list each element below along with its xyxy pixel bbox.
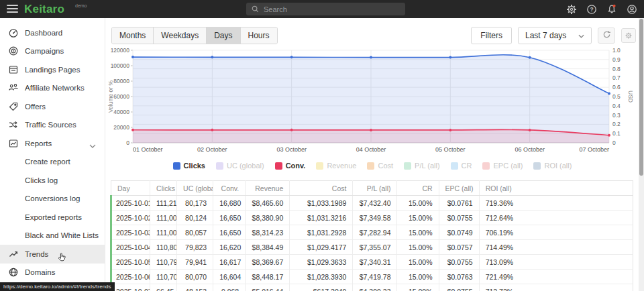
- sidebar-item-create-report[interactable]: Create report: [0, 153, 105, 172]
- table-row[interactable]: 2025-10-03111,0080,05716,650$8,314.23$1,…: [111, 225, 633, 240]
- legend-item-uc-global-[interactable]: UC (global): [216, 162, 264, 170]
- profile-icon[interactable]: [626, 3, 637, 15]
- cell-cost: $1,033.1989: [290, 196, 353, 211]
- search-icon: [252, 3, 259, 15]
- chart-settings-button[interactable]: [621, 28, 636, 43]
- sidebar-item-label: Clicks log: [25, 176, 58, 184]
- sidebar-item-label: Landings Pages: [25, 66, 80, 74]
- sidebar-item-exported-reports[interactable]: Exported reports: [0, 208, 105, 227]
- cell-conv-: 16,604: [213, 270, 246, 284]
- sidebar-item-label: Affiliate Networks: [25, 84, 85, 92]
- svg-text:0.2: 0.2: [612, 121, 621, 127]
- settings-icon[interactable]: [566, 3, 577, 15]
- sidebar-item-dashboard[interactable]: Dashboard: [0, 23, 105, 42]
- sidebar-item-campaigns[interactable]: Campaigns: [0, 42, 105, 61]
- scrollbar-thumb[interactable]: [639, 19, 643, 176]
- column-header-uc-global-[interactable]: UC (global): [177, 181, 213, 196]
- legend-label: Clicks: [184, 162, 205, 170]
- sidebar-item-clicks-log[interactable]: Clicks log: [0, 171, 105, 190]
- cell-cost: $1,031.3216: [290, 211, 353, 225]
- table-row[interactable]: 2025-10-01111,2180,17316,680$8,465.60$1,…: [111, 196, 633, 211]
- legend-label: Cost: [378, 162, 393, 170]
- tab-weekdays[interactable]: Weekdays: [154, 27, 207, 44]
- search-input[interactable]: Search: [246, 3, 405, 15]
- hamburger-menu-icon[interactable]: [7, 5, 18, 13]
- column-header-roi-all-[interactable]: ROI (all): [479, 181, 633, 196]
- column-header-epc-all-[interactable]: EPC (all): [439, 181, 479, 196]
- cell-uc-global-: 80,070: [177, 270, 213, 284]
- legend-item-revenue[interactable]: Revenue: [316, 162, 356, 170]
- cell-day: 2025-10-01: [111, 196, 150, 211]
- legend-item-clicks[interactable]: Clicks: [173, 162, 205, 170]
- svg-text:0.8: 0.8: [612, 66, 621, 72]
- cell-roi-all-: 706.19%: [479, 225, 633, 240]
- period-tabs: MonthsWeekdaysDaysHours: [111, 27, 278, 44]
- cell-cost: $1,031.2928: [290, 225, 353, 240]
- column-header-conv-[interactable]: Conv.: [213, 181, 246, 196]
- legend-swatch: [451, 162, 458, 170]
- cell-conv-: 16,650: [213, 211, 246, 225]
- column-header-p-l-all-[interactable]: P/L (all): [353, 181, 397, 196]
- legend-label: CR: [462, 162, 472, 170]
- cell-p-l-all-: $7,419.78: [353, 270, 397, 284]
- notifications-icon[interactable]: [606, 3, 617, 15]
- help-icon[interactable]: ?: [586, 3, 597, 15]
- tab-days[interactable]: Days: [207, 27, 240, 44]
- cell-clicks: 110,80: [150, 240, 177, 255]
- sidebar-item-traffic-sources[interactable]: Traffic Sources: [0, 116, 105, 135]
- legend-swatch: [482, 162, 490, 170]
- cell-epc-all-: $0.0757: [439, 240, 479, 255]
- cell-p-l-all-: $7,432.40: [353, 196, 397, 211]
- column-header-day[interactable]: Day: [111, 181, 150, 196]
- legend-swatch: [533, 162, 541, 170]
- column-header-cost[interactable]: Cost: [290, 181, 353, 196]
- legend-item-cost[interactable]: Cost: [367, 162, 393, 170]
- chevron-down-icon: [578, 31, 584, 40]
- legend-swatch: [275, 162, 282, 170]
- sidebar-item-landings-pages[interactable]: Landings Pages: [0, 60, 105, 79]
- column-header-cr[interactable]: CR: [397, 181, 439, 196]
- sidebar-item-domains[interactable]: Domains: [0, 264, 105, 282]
- cell-conv-: 9,968: [213, 284, 246, 291]
- cell-roi-all-: 712.64%: [479, 211, 633, 225]
- chart-svg: 00.10.20.30.40.50.60.70.80.91.0020000400…: [106, 47, 640, 160]
- filters-button[interactable]: Filters: [471, 27, 512, 44]
- column-header-revenue[interactable]: Revenue: [246, 181, 290, 196]
- table-row[interactable]: 2025-10-05110,7979,94116,617$8,369.67$1,…: [111, 255, 633, 270]
- legend-item-p-l-all-[interactable]: P/L (all): [404, 162, 440, 170]
- date-range-select[interactable]: Last 7 days: [518, 27, 592, 44]
- sidebar-item-conversions-log[interactable]: Conversions log: [0, 190, 105, 209]
- sidebar-item-reports[interactable]: Reports: [0, 134, 105, 153]
- cell-conv-: 16,620: [213, 240, 246, 255]
- trends-chart[interactable]: 00.10.20.30.40.50.60.70.80.91.0020000400…: [106, 47, 640, 160]
- sidebar-item-affiliate-networks[interactable]: Affiliate Networks: [0, 79, 105, 98]
- page-scrollbar[interactable]: [639, 18, 644, 291]
- cell-p-l-all-: $7,340.31: [353, 255, 397, 270]
- legend-item-cr[interactable]: CR: [451, 162, 472, 170]
- legend-label: Conv.: [286, 162, 306, 170]
- cell-uc-global-: 48,153: [177, 284, 213, 291]
- legend-item-epc-all-[interactable]: EPC (all): [482, 162, 523, 170]
- reports-icon: [8, 138, 19, 149]
- sidebar-item-label: Black and White Lists: [25, 231, 99, 239]
- column-header-clicks[interactable]: Clicks: [150, 181, 177, 196]
- cell-epc-all-: $0.0755: [439, 211, 479, 225]
- cell-day: 2025-10-06: [111, 270, 150, 284]
- sidebar-item-black-and-white-lists[interactable]: Black and White Lists: [0, 227, 105, 245]
- app-logo[interactable]: Keitaro: [24, 0, 64, 18]
- legend-item-conv-[interactable]: Conv.: [275, 162, 306, 170]
- tab-hours[interactable]: Hours: [241, 27, 277, 44]
- sidebar-item-offers[interactable]: Offers: [0, 97, 105, 116]
- sidebar-item-label: Reports: [25, 139, 52, 148]
- sidebar-item-trends[interactable]: Trends: [0, 245, 105, 264]
- refresh-button[interactable]: [598, 27, 615, 44]
- table-row[interactable]: 2025-10-04110,8079,82316,620$8,384.49$1,…: [111, 240, 633, 255]
- table-row[interactable]: 2025-10-02111,0080,12416,650$8,380.90$1,…: [111, 211, 633, 225]
- cell-epc-all-: $0.0761: [439, 196, 479, 211]
- table-row[interactable]: 2025-10-06110,7080,07016,604$8,448.17$1,…: [111, 270, 633, 284]
- legend-item-roi-all-[interactable]: ROI (all): [533, 162, 572, 170]
- affiliate-icon: [8, 82, 19, 93]
- table-row[interactable]: 2025-10-0766,4548,1539,968$5,016.44$617.…: [111, 284, 633, 291]
- tab-months[interactable]: Months: [112, 27, 154, 44]
- cell-revenue: $8,448.17: [246, 270, 290, 284]
